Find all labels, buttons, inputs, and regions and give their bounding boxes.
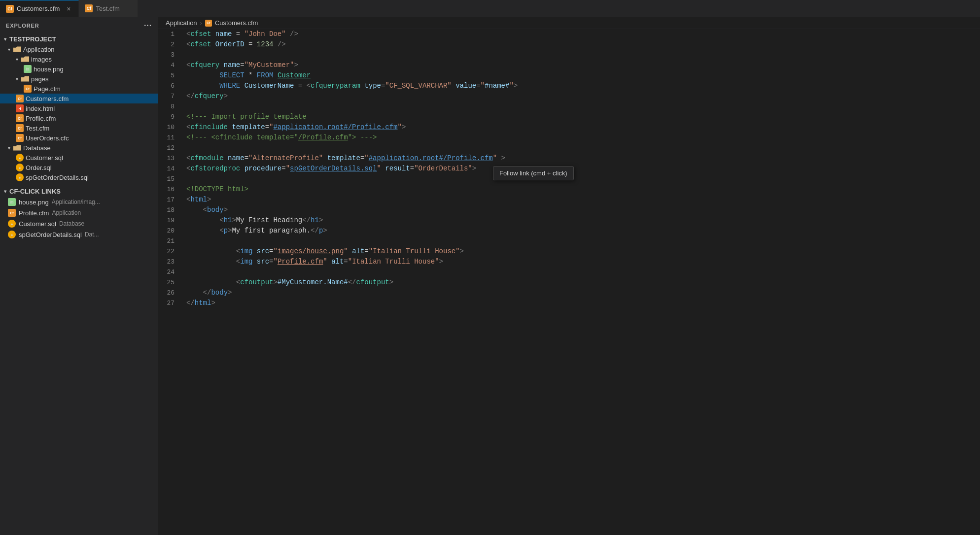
icon-profile-cfm: Cf bbox=[16, 114, 24, 122]
sidebar-content: ▾ TESTPROJECT ▾ Application ▾ images 🖼 h… bbox=[0, 34, 158, 535]
file-label-order-sql: Order.sql bbox=[26, 164, 52, 171]
file-label-test-cfm: Test.cfm bbox=[26, 125, 49, 132]
folder-database[interactable]: ▾ Database bbox=[0, 143, 158, 153]
file-house-png[interactable]: 🖼 house.png bbox=[0, 64, 158, 74]
line-content-10: <cfinclude template="#application.root#/… bbox=[182, 122, 980, 133]
file-profile-cfm[interactable]: Cf Profile.cfm bbox=[0, 113, 158, 123]
file-label-spgetorderdetails-sql: spGetOrderDetails.sql bbox=[26, 174, 89, 181]
folder-application[interactable]: ▾ Application bbox=[0, 44, 158, 54]
file-label-index-html: index.html bbox=[26, 105, 55, 112]
code-line-6: 6 WHERE CustomerName = <cfqueryparam typ… bbox=[158, 81, 980, 91]
line-content-6: WHERE CustomerName = <cfqueryparam type=… bbox=[182, 81, 980, 91]
pages-chevron: ▾ bbox=[16, 76, 18, 82]
line-content-19: <h1>My First Heading</h1> bbox=[182, 215, 980, 226]
cflinks-title: CF-CLICK LINKS bbox=[9, 188, 61, 195]
line-content-4: <cfquery name="MyCustomer"> bbox=[182, 60, 980, 70]
code-line-8: 8 bbox=[158, 101, 980, 112]
code-line-4: 4 <cfquery name="MyCustomer"> bbox=[158, 60, 980, 70]
file-index-html[interactable]: H index.html bbox=[0, 103, 158, 113]
line-content-17: <html> bbox=[182, 195, 980, 205]
tab-icon-customers: Cf bbox=[6, 5, 14, 13]
cflink-icon-customer-sql: ● bbox=[8, 220, 16, 228]
line-content-14: <cfstoredproc procedure="spGetOrderDetai… bbox=[182, 164, 980, 174]
line-content-8 bbox=[182, 101, 980, 112]
tab-bar: Cf Customers.cfm × Cf Test.cfm bbox=[0, 0, 980, 17]
line-content-13: <cfmodule name="AlternateProfile" templa… bbox=[182, 153, 980, 164]
line-content-16: <!DOCTYPE html> bbox=[182, 184, 980, 195]
line-content-15 bbox=[182, 174, 980, 184]
icon-house-png: 🖼 bbox=[24, 65, 32, 73]
more-options-button[interactable]: ··· bbox=[144, 21, 152, 30]
cflink-customer-sql[interactable]: ● Customer.sql Database bbox=[0, 218, 158, 229]
tab-customers[interactable]: Cf Customers.cfm × bbox=[0, 0, 79, 17]
cflink-icon-house-png: 🖼 bbox=[8, 198, 16, 206]
breadcrumb-file-icon: Cf bbox=[205, 20, 212, 27]
tab-close-customers[interactable]: × bbox=[65, 5, 72, 13]
line-num-5: 5 bbox=[158, 70, 182, 81]
breadcrumb-file[interactable]: Customers.cfm bbox=[215, 19, 258, 27]
breadcrumb-application[interactable]: Application bbox=[166, 19, 197, 27]
cflink-spgetorderdetails-sql[interactable]: ● spGetOrderDetails.sql Dat... bbox=[0, 229, 158, 240]
line-content-27: </html> bbox=[182, 298, 980, 308]
file-customer-sql[interactable]: ● Customer.sql bbox=[0, 153, 158, 163]
line-content-23: <img src="Profile.cfm" alt="Italian Trul… bbox=[182, 257, 980, 267]
tab-icon-test: Cf bbox=[85, 4, 93, 12]
code-line-25: 25 <cfoutput>#MyCustomer.Name#</cfoutput… bbox=[158, 277, 980, 288]
code-line-9: 9 <!--- Import profile template bbox=[158, 112, 980, 122]
breadcrumb: Application › Cf Customers.cfm bbox=[158, 17, 980, 29]
code-line-15: 15 bbox=[158, 174, 980, 184]
line-content-9: <!--- Import profile template bbox=[182, 112, 980, 122]
line-content-11: <!--- <cfinclude template="/Profile.cfm"… bbox=[182, 133, 980, 143]
line-num-23: 23 bbox=[158, 257, 182, 267]
file-label-userorders-cfc: UserOrders.cfc bbox=[26, 134, 69, 142]
icon-test-cfm: Cf bbox=[16, 124, 24, 132]
file-test-cfm[interactable]: Cf Test.cfm bbox=[0, 123, 158, 133]
code-line-21: 21 bbox=[158, 236, 980, 246]
line-num-16: 16 bbox=[158, 184, 182, 195]
cflink-profile-cfm[interactable]: Cf Profile.cfm Application bbox=[0, 207, 158, 218]
code-line-24: 24 bbox=[158, 267, 980, 277]
line-num-26: 26 bbox=[158, 288, 182, 298]
file-label-customers-cfm: Customers.cfm bbox=[26, 95, 69, 102]
icon-userorders-cfc: Cf bbox=[16, 134, 24, 142]
code-line-26: 26 </body> bbox=[158, 288, 980, 298]
code-line-14: 14 <cfstoredproc procedure="spGetOrderDe… bbox=[158, 164, 980, 174]
code-line-7: 7 </cfquery> bbox=[158, 91, 980, 101]
tab-test[interactable]: Cf Test.cfm bbox=[79, 0, 138, 17]
line-num-7: 7 bbox=[158, 91, 182, 101]
folder-images[interactable]: ▾ images bbox=[0, 54, 158, 64]
code-editor[interactable]: Follow link (cmd + click) 1 <cfset name … bbox=[158, 29, 980, 535]
folder-icon-application bbox=[13, 45, 21, 53]
file-customers-cfm[interactable]: Cf Customers.cfm bbox=[0, 94, 158, 103]
line-content-3 bbox=[182, 50, 980, 60]
line-content-18: <body> bbox=[182, 205, 980, 215]
folder-pages[interactable]: ▾ pages bbox=[0, 74, 158, 84]
cflinks-header[interactable]: ▾ CF-CLICK LINKS bbox=[0, 186, 158, 197]
file-page-cfm[interactable]: Cf Page.cfm bbox=[0, 84, 158, 94]
cflink-label-profile-cfm: Profile.cfm bbox=[19, 209, 49, 217]
line-num-9: 9 bbox=[158, 112, 182, 122]
line-num-11: 11 bbox=[158, 133, 182, 143]
code-line-18: 18 <body> bbox=[158, 205, 980, 215]
line-num-25: 25 bbox=[158, 277, 182, 288]
line-num-1: 1 bbox=[158, 29, 182, 39]
code-line-16: 16 <!DOCTYPE html> bbox=[158, 184, 980, 195]
file-spgetorderdetails-sql[interactable]: ● spGetOrderDetails.sql bbox=[0, 172, 158, 182]
file-label-profile-cfm: Profile.cfm bbox=[26, 115, 56, 122]
line-num-22: 22 bbox=[158, 246, 182, 257]
code-line-13: 13 <cfmodule name="AlternateProfile" tem… bbox=[158, 153, 980, 164]
cflink-icon-spgetorderdetails-sql: ● bbox=[8, 231, 16, 238]
file-userorders-cfc[interactable]: Cf UserOrders.cfc bbox=[0, 133, 158, 143]
cflink-path-spgetorderdetails-sql: Dat... bbox=[85, 231, 99, 238]
project-header[interactable]: ▾ TESTPROJECT bbox=[0, 34, 158, 44]
images-chevron: ▾ bbox=[16, 57, 18, 62]
line-num-21: 21 bbox=[158, 236, 182, 246]
file-label-page-cfm: Page.cfm bbox=[34, 85, 61, 93]
file-order-sql[interactable]: ● Order.sql bbox=[0, 163, 158, 172]
cflink-house-png[interactable]: 🖼 house.png Application/imag... bbox=[0, 197, 158, 207]
line-content-1: <cfset name = "John Doe" /> bbox=[182, 29, 980, 39]
main-layout: EXPLORER ··· ▾ TESTPROJECT ▾ Application… bbox=[0, 17, 980, 535]
line-content-22: <img src="images/house.png" alt="Italian… bbox=[182, 246, 980, 257]
line-num-20: 20 bbox=[158, 226, 182, 236]
line-content-25: <cfoutput>#MyCustomer.Name#</cfoutput> bbox=[182, 277, 980, 288]
